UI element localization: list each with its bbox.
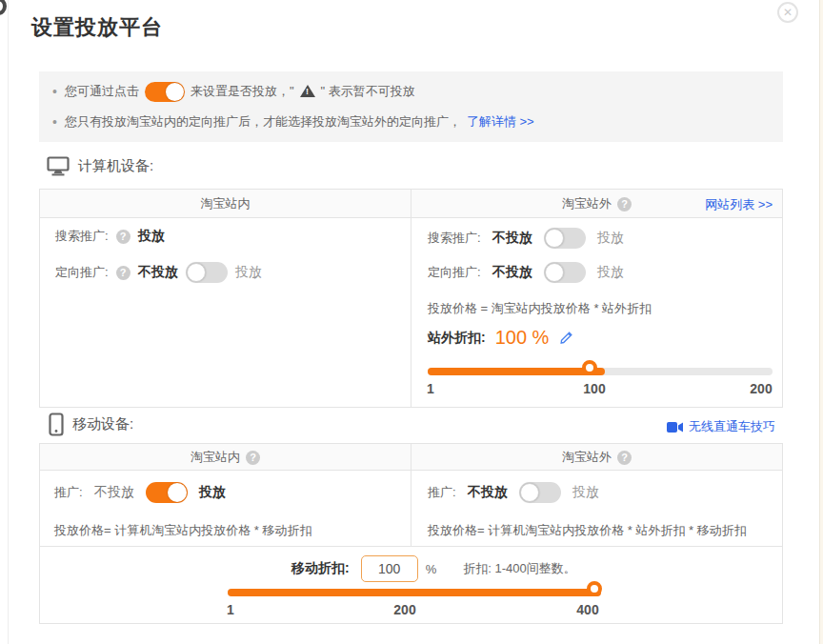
offsite-discount-row: 站外折扣: 100 %	[428, 327, 574, 349]
computer-onsite-header-label: 淘宝站内	[201, 195, 251, 212]
computer-table: 淘宝站内 淘宝站外 ? 网站列表 >> 搜索推广: ? 投放 定向推广: ? 不…	[39, 189, 783, 408]
mobile-phone-icon	[49, 413, 64, 436]
column-divider	[411, 190, 412, 407]
offsite-discount-slider-track[interactable]	[428, 368, 773, 375]
off-state-label: 不投放	[492, 230, 532, 247]
dialog-left-border	[8, 0, 9, 644]
mobile-onsite-promo-toggle[interactable]	[146, 482, 188, 503]
slider-mid-label: 100	[583, 381, 605, 396]
notice-box: • 您可通过点击 来设置是否投放，" ! " 表示暂不可投放 • 您只有投放淘宝…	[39, 71, 783, 142]
off-state-label: 不投放	[138, 264, 178, 281]
help-icon[interactable]: ?	[116, 230, 130, 244]
learn-more-link[interactable]: 了解详情 >>	[467, 113, 534, 131]
notice-line1-pre: 您可通过点击	[65, 83, 139, 100]
dialog-set-platform: ✕ 设置投放平台 • 您可通过点击 来设置是否投放，" ! " 表示暂不可投放 …	[0, 0, 823, 644]
mobile-table: 淘宝站内 ? 淘宝站外 ? 推广: 不投放 投放 投放价格= 计算机淘宝站内投放…	[39, 443, 783, 624]
mobile-offsite-header-label: 淘宝站外	[562, 449, 612, 466]
page-edge-strip	[819, 0, 823, 644]
column-divider	[411, 444, 412, 546]
computer-onsite-target-row: 定向推广: ? 不投放 投放	[55, 262, 262, 283]
warning-icon: !	[300, 85, 315, 98]
notice-line-1: • 您可通过点击 来设置是否投放，" ! " 表示暂不可投放	[52, 81, 415, 102]
help-icon[interactable]: ?	[617, 197, 632, 211]
mobile-onsite-promo-row: 推广: 不投放 投放	[54, 482, 226, 503]
computer-offsite-target-toggle[interactable]	[544, 262, 586, 283]
close-icon: ✕	[783, 6, 793, 19]
target-promo-label: 定向推广:	[428, 264, 481, 281]
slider-fill	[228, 589, 601, 596]
toggle-knob	[520, 483, 539, 502]
mobile-discount-slider-track[interactable]	[228, 589, 601, 596]
computer-onsite-target-toggle[interactable]	[186, 262, 228, 283]
target-promo-label: 定向推广:	[55, 264, 109, 281]
offsite-discount-label: 站外折扣:	[428, 330, 486, 347]
help-icon[interactable]: ?	[116, 266, 130, 280]
background-partial-circle	[0, 0, 8, 23]
mobile-discount-slider-handle[interactable]	[587, 581, 602, 596]
discount-hint: 折扣: 1-400间整数。	[463, 560, 575, 577]
help-icon[interactable]: ?	[617, 451, 632, 465]
computer-section-title: 计算机设备:	[78, 157, 153, 175]
slider-max-label: 200	[750, 381, 772, 396]
bullet-icon: •	[52, 114, 57, 130]
search-promo-state: 投放	[138, 228, 165, 245]
video-camera-icon	[667, 421, 684, 433]
promo-label: 推广:	[428, 484, 456, 501]
off-state-label: 不投放	[94, 484, 134, 501]
mobile-discount-input[interactable]	[361, 555, 418, 582]
offsite-price-formula: 投放价格 = 淘宝站内投放价格 * 站外折扣	[428, 300, 652, 317]
on-state-label: 投放	[572, 484, 599, 501]
computer-offsite-search-toggle[interactable]	[544, 228, 586, 249]
search-promo-label: 搜索推广:	[55, 228, 109, 245]
slider-min-label: 1	[427, 381, 434, 396]
slider-min-label: 1	[227, 602, 234, 617]
off-state-label: 不投放	[492, 264, 532, 281]
search-promo-label: 搜索推广:	[428, 230, 481, 247]
example-toggle[interactable]	[145, 82, 185, 102]
mobile-onsite-price-formula: 投放价格= 计算机淘宝站内投放价格 * 移动折扣	[54, 522, 312, 539]
computer-offsite-target-row: 定向推广: 不投放 投放	[428, 262, 624, 283]
computer-icon	[47, 156, 70, 176]
edit-pencil-icon[interactable]	[558, 330, 574, 346]
mobile-offsite-header: 淘宝站外 ?	[412, 444, 782, 471]
close-button[interactable]: ✕	[777, 2, 798, 23]
bullet-icon: •	[52, 84, 57, 99]
on-state-label: 投放	[199, 484, 226, 501]
slider-max-label: 400	[576, 602, 598, 617]
wireless-tips-link[interactable]: 无线直通车技巧	[689, 418, 775, 435]
row-divider	[40, 546, 782, 547]
toggle-knob	[168, 483, 187, 502]
promo-label: 推广:	[54, 484, 83, 501]
notice-line2-text: 您只有投放淘宝站内的定向推广后，才能选择投放淘宝站外的定向推广，	[65, 113, 461, 131]
computer-onsite-header: 淘宝站内	[40, 190, 411, 218]
mobile-section-header: 移动设备:	[49, 413, 133, 436]
mobile-section-title: 移动设备:	[72, 415, 133, 433]
mobile-offsite-promo-row: 推广: 不投放 投放	[428, 482, 599, 503]
help-icon[interactable]: ?	[246, 451, 260, 465]
page-title: 设置投放平台	[31, 13, 163, 42]
toggle-knob	[166, 83, 184, 101]
slider-mid-label: 200	[393, 602, 415, 617]
slider-fill	[428, 368, 605, 375]
on-state-label: 投放	[597, 230, 624, 247]
computer-offsite-search-row: 搜索推广: 不投放 投放	[428, 228, 624, 249]
toggle-knob	[187, 263, 206, 282]
mobile-offsite-promo-toggle[interactable]	[519, 482, 561, 503]
wireless-tips: 无线直通车技巧	[667, 418, 775, 435]
computer-offsite-header-label: 淘宝站外	[562, 195, 612, 212]
computer-section-header: 计算机设备:	[47, 156, 153, 176]
notice-line1-post: " 表示暂不可投放	[321, 83, 415, 100]
circle-icon	[0, 0, 7, 15]
on-state-label: 投放	[597, 264, 624, 281]
mobile-offsite-price-formula: 投放价格= 计算机淘宝站内投放价格 * 站外折扣 * 移动折扣	[428, 522, 747, 539]
mobile-discount-label: 移动折扣:	[291, 560, 350, 577]
mobile-discount-row: 移动折扣: % 折扣: 1-400间整数。	[291, 554, 576, 583]
computer-onsite-search-row: 搜索推广: ? 投放	[55, 228, 165, 245]
on-state-label: 投放	[235, 264, 262, 281]
offsite-discount-slider-handle[interactable]	[582, 360, 597, 375]
toggle-knob	[545, 263, 564, 282]
mobile-onsite-header: 淘宝站内 ?	[40, 444, 411, 471]
percent-unit: %	[426, 562, 437, 576]
mobile-onsite-header-label: 淘宝站内	[191, 449, 240, 466]
site-list-link[interactable]: 网站列表 >>	[705, 196, 773, 213]
